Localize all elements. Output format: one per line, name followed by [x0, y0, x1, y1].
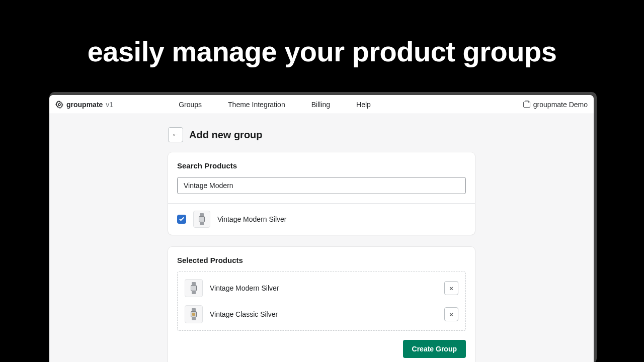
search-card: Search Products Vintage Modern Silver [168, 152, 475, 235]
check-icon [179, 216, 185, 222]
brand-logo: groupmate v1 [55, 101, 113, 109]
remove-button[interactable]: × [444, 307, 458, 321]
brand-name: groupmate [66, 101, 103, 109]
page-title-row: ← Add new group [168, 127, 475, 142]
product-thumbnail [185, 279, 203, 297]
action-row: Create Group [177, 340, 466, 358]
nav-theme-integration[interactable]: Theme Integration [228, 101, 285, 109]
search-result-row[interactable]: Vintage Modern Silver [168, 203, 475, 235]
selected-item: Vintage Modern Silver × [185, 275, 458, 301]
create-group-button[interactable]: Create Group [403, 340, 466, 358]
watch-icon [191, 282, 197, 294]
store-icon [523, 102, 530, 108]
result-checkbox[interactable] [177, 215, 186, 224]
selected-drop-zone: Vintage Modern Silver × Vintage Classic … [177, 272, 466, 331]
store-chip[interactable]: groupmate Demo [523, 101, 588, 109]
brand-version: v1 [106, 101, 113, 109]
page-title: Add new group [189, 129, 263, 141]
store-label: groupmate Demo [533, 101, 588, 109]
selected-product-name: Vintage Modern Silver [210, 284, 279, 292]
search-section-label: Search Products [177, 161, 466, 170]
selected-card: Selected Products Vintage Modern Silver … [168, 247, 475, 362]
watch-icon [191, 308, 197, 320]
gear-icon [55, 101, 63, 109]
selected-section-label: Selected Products [177, 256, 466, 264]
back-button[interactable]: ← [168, 127, 183, 142]
main-content: ← Add new group Search Products Vintage … [168, 114, 475, 362]
nav-help[interactable]: Help [356, 101, 371, 109]
browser-frame: groupmate v1 Groups Theme Integration Bi… [49, 92, 597, 362]
result-product-name: Vintage Modern Silver [217, 215, 286, 223]
product-thumbnail [185, 305, 203, 323]
search-input[interactable] [177, 177, 466, 194]
product-thumbnail [193, 211, 210, 228]
remove-button[interactable]: × [444, 281, 458, 295]
marketing-tagline: easily manage your product groups [0, 0, 644, 93]
app-header: groupmate v1 Groups Theme Integration Bi… [49, 95, 594, 114]
watch-icon [199, 213, 205, 225]
top-nav: Groups Theme Integration Billing Help [179, 101, 371, 109]
nav-groups[interactable]: Groups [179, 101, 202, 109]
selected-product-name: Vintage Classic Silver [210, 310, 278, 318]
selected-item: Vintage Classic Silver × [185, 301, 458, 327]
nav-billing[interactable]: Billing [311, 101, 330, 109]
svg-point-0 [58, 104, 60, 106]
app-window: groupmate v1 Groups Theme Integration Bi… [49, 95, 594, 362]
